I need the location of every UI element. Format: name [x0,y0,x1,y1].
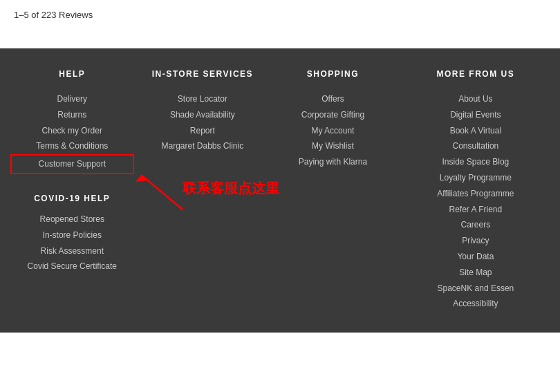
digital-events-link[interactable]: Digital Events [402,107,550,123]
top-area: 1–5 of 223 Reviews [0,0,560,48]
book-virtual-link[interactable]: Book A Virtual [402,123,550,139]
spacenk-essen-link[interactable]: SpaceNK and Essen [402,281,550,297]
footer-col-more: MORE FROM US About Us Digital Events Boo… [398,69,553,312]
my-wishlist-link[interactable]: My Wishlist [271,138,395,154]
affiliates-programme-link[interactable]: Affiliates Programme [402,186,550,202]
footer: HELP Delivery Returns Check my Order Ter… [0,48,560,333]
customer-support-link[interactable]: Customer Support [10,154,134,174]
site-map-link[interactable]: Site Map [402,265,550,281]
corporate-gifting-link[interactable]: Corporate Gifting [271,107,395,123]
covid-section: COVID-19 HELP Reopened Stores In-store P… [10,194,134,274]
risk-assessment-link[interactable]: Risk Assessment [10,243,134,259]
refer-friend-link[interactable]: Refer A Friend [402,202,550,218]
margaret-dabbs-link[interactable]: Margaret Dabbs Clinic [141,138,265,154]
footer-col-shopping: SHOPPING Offers Corporate Gifting My Acc… [268,69,398,312]
returns-link[interactable]: Returns [10,107,134,123]
offers-link[interactable]: Offers [271,91,395,107]
in-store-heading: IN-STORE SERVICES [141,69,265,79]
paying-klarna-link[interactable]: Paying with Klarna [271,154,395,170]
report-link[interactable]: Report [141,123,265,139]
your-data-link[interactable]: Your Data [402,249,550,265]
shade-availability-link[interactable]: Shade Availability [141,107,265,123]
my-account-link[interactable]: My Account [271,123,395,139]
covid-secure-link[interactable]: Covid Secure Certificate [10,259,134,274]
about-us-link[interactable]: About Us [402,91,550,107]
inside-space-blog-link[interactable]: Inside Space Blog [402,154,550,170]
annotation-container: 联系客服点这里 [141,154,265,244]
help-heading: HELP [10,69,134,79]
store-locator-link[interactable]: Store Locator [141,91,265,107]
privacy-link[interactable]: Privacy [402,233,550,249]
reviews-count: 1–5 of 223 Reviews [14,10,93,20]
more-from-us-heading: MORE FROM US [402,69,550,79]
shopping-heading: SHOPPING [271,69,395,79]
loyalty-programme-link[interactable]: Loyalty Programme [402,170,550,186]
in-store-policies-link[interactable]: In-store Policies [10,227,134,243]
footer-columns: HELP Delivery Returns Check my Order Ter… [0,69,560,312]
check-my-order-link[interactable]: Check my Order [10,123,134,139]
reopened-stores-link[interactable]: Reopened Stores [10,212,134,227]
chinese-annotation: 联系客服点这里 [183,175,279,201]
footer-col-in-store: IN-STORE SERVICES Store Locator Shade Av… [138,69,268,312]
covid-heading: COVID-19 HELP [10,194,134,203]
delivery-link[interactable]: Delivery [10,91,134,107]
footer-wrapper: HELP Delivery Returns Check my Order Ter… [0,69,560,312]
consultation-link[interactable]: Consultation [402,138,550,154]
careers-link[interactable]: Careers [402,217,550,233]
accessibility-link[interactable]: Accessibility [402,296,550,312]
terms-conditions-link[interactable]: Terms & Conditions [10,138,134,154]
footer-col-help: HELP Delivery Returns Check my Order Ter… [7,69,138,312]
